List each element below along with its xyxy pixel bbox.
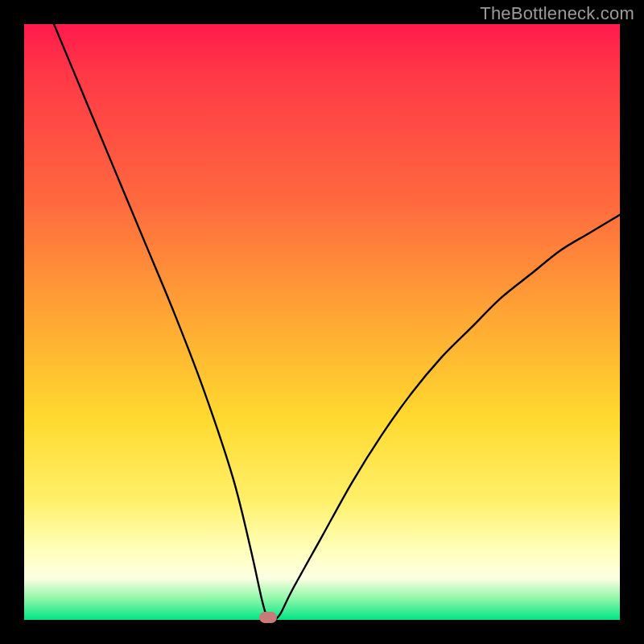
plot-area xyxy=(24,24,620,620)
outer-frame: TheBottleneck.com xyxy=(0,0,644,644)
optimal-marker xyxy=(259,612,277,623)
watermark-text: TheBottleneck.com xyxy=(480,3,634,24)
bottleneck-curve xyxy=(54,24,620,620)
curve-svg xyxy=(24,24,620,620)
